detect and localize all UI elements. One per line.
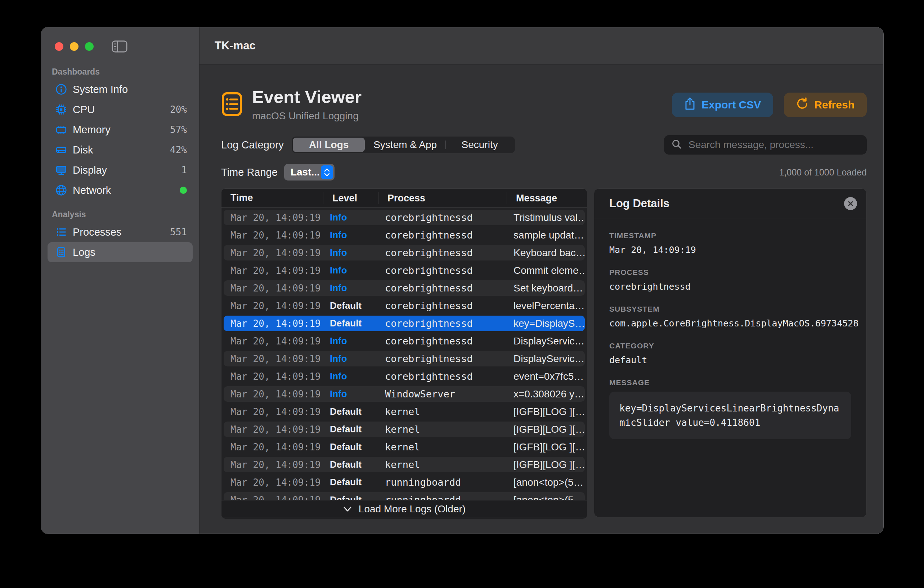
column-header-message: Message [507, 192, 587, 204]
cell-level: Default [323, 459, 378, 470]
cell-proc: kernel [378, 441, 507, 453]
column-header-time: Time [221, 192, 323, 203]
sidebar-item-label: Memory [73, 124, 111, 136]
info-circle-icon [55, 83, 68, 96]
sidebar-item-value: 551 [170, 226, 187, 238]
page-subtitle: macOS Unified Logging [252, 110, 361, 122]
table-header: Time Level Process Message [221, 189, 587, 208]
sidebar-item-processes[interactable]: Processes551 [48, 222, 193, 242]
sidebar-item-cpu[interactable]: CPU20% [48, 99, 193, 120]
search-input[interactable] [688, 139, 860, 151]
logs-icon [55, 246, 68, 259]
sidebar-item-label: Network [73, 185, 111, 197]
cell-proc: kernel [378, 424, 507, 435]
load-more-button[interactable]: Load More Logs (Older) [221, 500, 587, 517]
event-viewer-icon [221, 91, 243, 118]
log-category-label: Log Category [221, 139, 284, 151]
cell-time: Mar 20, 14:09:19 [224, 459, 323, 470]
sidebar-item-network[interactable]: Network [48, 180, 193, 200]
sidebar-item-disk[interactable]: Disk42% [48, 140, 193, 160]
sidebar-item-display[interactable]: Display1 [48, 160, 193, 180]
segment-security[interactable]: Security [446, 138, 514, 152]
sidebar: DashboardsSystem InfoCPU20%Memory57%Disk… [41, 27, 200, 533]
chevron-down-icon [343, 503, 352, 515]
cell-time: Mar 20, 14:09:19 [224, 301, 323, 311]
table-row[interactable]: Mar 20, 14:09:19Infocorebrightnessdevent… [224, 368, 585, 384]
page-title: Event Viewer [252, 88, 361, 106]
sidebar-item-label: Logs [73, 246, 96, 258]
field-timestamp: TIMESTAMP Mar 20, 14:09:19 [609, 231, 851, 255]
sidebar-item-value: 1 [181, 165, 187, 175]
export-csv-button[interactable]: Export CSV [672, 92, 773, 117]
cell-time: Mar 20, 14:09:19 [224, 230, 323, 241]
cell-msg: key=DisplayS… [507, 318, 585, 329]
network-status-dot [180, 187, 187, 194]
table-row[interactable]: Mar 20, 14:09:19Infocorebrightnessdsampl… [224, 227, 585, 243]
cell-time: Mar 20, 14:09:19 [224, 265, 323, 276]
cell-time: Mar 20, 14:09:19 [224, 424, 323, 435]
table-row[interactable]: Mar 20, 14:09:19InfocorebrightnessdDispl… [224, 351, 585, 367]
time-range-popup[interactable]: Last... [284, 164, 335, 180]
table-rows: Mar 20, 14:09:19InfocorebrightnessdTrist… [221, 208, 587, 502]
message-box: key=DisplayServicesLinearBrightnessDynam… [609, 391, 851, 439]
cell-time: Mar 20, 14:09:19 [224, 212, 323, 223]
table-row[interactable]: Mar 20, 14:09:19Defaultkernel[IGFB][LOG … [224, 457, 585, 472]
refresh-button[interactable]: Refresh [784, 92, 867, 117]
cell-msg: levelPercenta… [507, 300, 585, 312]
cell-msg: [anon<top>(5… [507, 477, 585, 488]
segment-system-app[interactable]: System & App [365, 138, 446, 152]
sidebar-item-label: CPU [73, 104, 95, 116]
sidebar-item-memory[interactable]: Memory57% [48, 120, 193, 140]
cell-msg: [IGFB][LOG ][… [507, 424, 585, 435]
details-title: Log Details [609, 197, 670, 210]
table-row[interactable]: Mar 20, 14:09:19InfocorebrightnessdDispl… [224, 333, 585, 349]
close-details-button[interactable] [844, 197, 857, 210]
table-row[interactable]: Mar 20, 14:09:19Defaultcorebrightnessdke… [224, 315, 585, 331]
segment-all-logs[interactable]: All Logs [293, 138, 365, 152]
time-range-label: Time Range [221, 167, 278, 178]
cell-proc: corebrightnessd [378, 282, 507, 294]
cell-msg: event=0x7fc5… [507, 371, 585, 382]
sidebar-toggle-icon[interactable] [112, 40, 127, 54]
cell-time: Mar 20, 14:09:19 [224, 283, 323, 294]
cell-msg: [IGFB][LOG ][… [507, 441, 585, 453]
sidebar-item-label: Processes [73, 226, 121, 238]
cell-level: Default [323, 441, 378, 453]
minimize-window-button[interactable] [70, 42, 79, 51]
table-row[interactable]: Mar 20, 14:09:19InfocorebrightnessdTrist… [224, 210, 585, 225]
cell-time: Mar 20, 14:09:19 [224, 406, 323, 417]
table-row[interactable]: Mar 20, 14:09:19Defaultkernel[IGFB][LOG … [224, 404, 585, 420]
cell-level: Default [323, 424, 378, 435]
globe-icon [55, 184, 68, 197]
sidebar-item-system-info[interactable]: System Info [48, 79, 193, 99]
table-row[interactable]: Mar 20, 14:09:19InfocorebrightnessdCommi… [224, 263, 585, 278]
table-row[interactable]: Mar 20, 14:09:19Defaultkernel[IGFB][LOG … [224, 421, 585, 437]
zoom-window-button[interactable] [85, 42, 94, 51]
table-row[interactable]: Mar 20, 14:09:19InfocorebrightnessdKeybo… [224, 245, 585, 261]
cell-proc: corebrightnessd [378, 265, 507, 276]
search-field [664, 135, 867, 155]
sidebar-item-logs[interactable]: Logs [48, 242, 193, 262]
sidebar-item-label: Disk [73, 144, 93, 156]
screen: DashboardsSystem InfoCPU20%Memory57%Disk… [0, 0, 924, 588]
cpu-icon [55, 103, 68, 116]
main-column: TK-mac [200, 27, 883, 533]
app-window: DashboardsSystem InfoCPU20%Memory57%Disk… [41, 27, 884, 534]
table-row[interactable]: Mar 20, 14:09:19Defaultkernel[IGFB][LOG … [224, 439, 585, 455]
cell-level: Default [323, 477, 378, 488]
table-row[interactable]: Mar 20, 14:09:19Defaultcorebrightnessdle… [224, 298, 585, 314]
window-title: TK-mac [214, 39, 256, 52]
cell-level: Info [323, 371, 378, 382]
log-details-panel: Log Details TIMESTAMP Mar [594, 188, 867, 517]
content-area: Event Viewer macOS Unified Logging [200, 64, 883, 533]
cell-level: Info [323, 230, 378, 241]
table-row[interactable]: Mar 20, 14:09:19InfocorebrightnessdSet k… [224, 280, 585, 296]
cell-msg: [IGFB][LOG ][… [507, 406, 585, 418]
sidebar-item-value: 57% [170, 124, 187, 135]
table-row[interactable]: Mar 20, 14:09:19InfoWindowServerx=0.3080… [224, 386, 585, 402]
close-window-button[interactable] [55, 42, 63, 51]
cell-level: Default [323, 300, 378, 311]
body-row: Time Level Process Message Mar 20, 14:09… [221, 188, 867, 519]
loaded-status: 1,000 of 1000 Loaded [779, 167, 867, 178]
table-row[interactable]: Mar 20, 14:09:19Defaultrunningboardd[ano… [224, 474, 585, 490]
